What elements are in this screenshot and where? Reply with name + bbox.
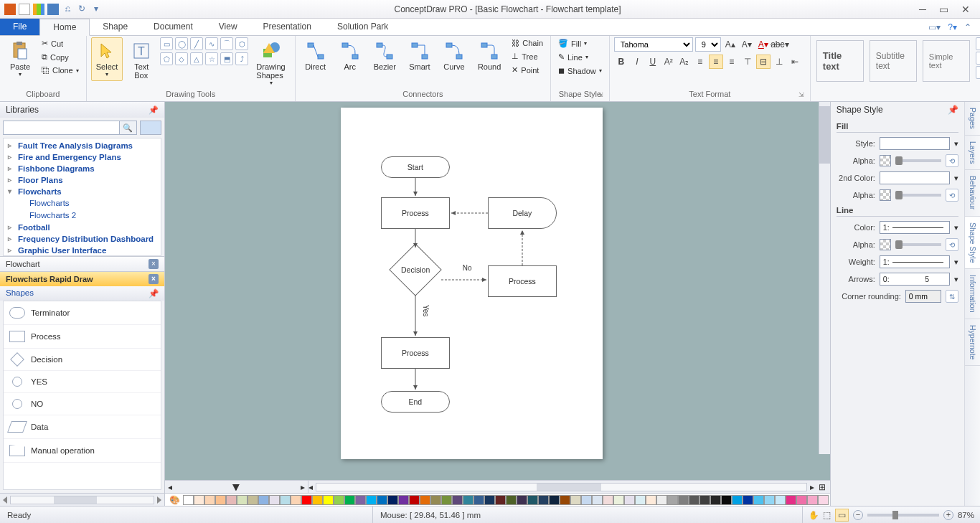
smart-button[interactable]: Smart	[404, 37, 435, 75]
tree-button[interactable]: ⊥Tree	[509, 50, 546, 62]
tool-e-icon[interactable]: ⬒	[220, 52, 233, 65]
fill-style-select[interactable]	[880, 137, 950, 150]
color-swatch[interactable]	[786, 495, 796, 505]
second-color-select[interactable]	[880, 171, 950, 184]
color-swatch[interactable]	[635, 495, 646, 505]
color-swatch[interactable]	[527, 495, 538, 505]
tab-shape[interactable]: Shape	[90, 19, 141, 35]
tree-item[interactable]: Fire and Emergency Plans	[4, 151, 161, 163]
color-swatch[interactable]	[377, 495, 387, 505]
color-swatch[interactable]	[517, 495, 527, 505]
style-more-icon[interactable]: ≡	[976, 66, 980, 79]
paste-button[interactable]: Paste▾	[4, 37, 36, 81]
close-icon[interactable]: ×	[149, 274, 159, 284]
color-swatch[interactable]	[409, 495, 420, 505]
color2-alpha-slider[interactable]	[895, 194, 941, 197]
shadow-button[interactable]: ◼Shadow▾	[555, 65, 605, 77]
node-process-1[interactable]: Process	[381, 197, 450, 229]
tree-item-flowcharts[interactable]: Flowcharts	[4, 186, 161, 197]
point-button[interactable]: ✕Point	[509, 64, 546, 76]
color-swatch[interactable]	[721, 495, 732, 505]
shape-decision[interactable]: Decision	[4, 349, 161, 371]
color-swatch[interactable]	[226, 495, 237, 505]
tab-view[interactable]: View	[206, 19, 250, 35]
library-tab-flowchart[interactable]: Flowchart×	[0, 256, 164, 271]
color-swatch[interactable]	[204, 495, 215, 505]
chain-button[interactable]: ⛓Chain	[509, 37, 546, 49]
tool-rect-icon[interactable]: ▭	[160, 37, 173, 50]
tab-shape-style[interactable]: Shape Style	[965, 217, 980, 270]
qat-save-icon[interactable]	[47, 4, 59, 15]
color-swatch[interactable]	[796, 495, 807, 505]
launcher-icon[interactable]: ⇲	[798, 91, 804, 98]
corner-rounding-input[interactable]	[905, 290, 941, 303]
tree-item[interactable]: Floor Plans	[4, 174, 161, 186]
color-swatch[interactable]	[452, 495, 463, 505]
tool-curve-icon[interactable]: ∿	[205, 37, 218, 50]
pin-icon[interactable]: 📌	[149, 288, 159, 298]
color-swatch[interactable]	[237, 495, 248, 505]
shape-data[interactable]: Data	[4, 415, 161, 439]
qat-open-icon[interactable]	[33, 4, 44, 15]
color-swatch[interactable]	[334, 495, 344, 505]
fit-page-icon[interactable]: ▭	[835, 509, 849, 522]
copy-button[interactable]: ⧉Copy	[39, 51, 82, 63]
align-center-button[interactable]: ≡	[709, 55, 723, 69]
curve-button[interactable]: Curve	[438, 37, 470, 75]
color-swatch[interactable]	[753, 495, 764, 505]
tool-d-icon[interactable]: ☆	[205, 52, 218, 65]
tree-item[interactable]: Fishbone Diagrams	[4, 163, 161, 174]
italic-button[interactable]: I	[630, 55, 644, 69]
pin-icon[interactable]: 📌	[149, 105, 159, 115]
launcher-icon[interactable]: ⇲	[598, 91, 603, 98]
color-swatch[interactable]	[624, 495, 635, 505]
direct-button[interactable]: Direct	[300, 37, 331, 75]
color-swatch[interactable]	[280, 495, 291, 505]
maximize-icon[interactable]: ▭	[939, 4, 948, 15]
style-prev-icon[interactable]: ▴	[976, 37, 980, 50]
align-bottom-button[interactable]: ⊥	[772, 55, 786, 69]
align-left-button[interactable]: ≡	[693, 55, 707, 69]
fill-button[interactable]: 🪣Fill▾	[555, 37, 605, 50]
tool-a-icon[interactable]: ⬠	[160, 52, 173, 65]
underline-button[interactable]: U	[646, 55, 660, 69]
indent-button[interactable]: ⇤	[788, 55, 802, 69]
tool-arc-icon[interactable]: ⌒	[220, 37, 233, 50]
style-title[interactable]: Title text	[816, 40, 864, 82]
grow-font-icon[interactable]: A▴	[723, 37, 738, 52]
tab-hypernote[interactable]: Hypernote	[965, 319, 980, 366]
style-subtitle[interactable]: Subtitle text	[870, 40, 917, 82]
tab-layers[interactable]: Layers	[965, 136, 980, 171]
library-tree[interactable]: Fault Tree Analysis Diagrams Fire and Em…	[3, 138, 161, 256]
color-swatch[interactable]	[656, 495, 667, 505]
tab-pages[interactable]: Pages	[965, 102, 980, 136]
bezier-button[interactable]: Bezier	[369, 37, 401, 75]
color-swatch[interactable]	[613, 495, 624, 505]
search-icon[interactable]: 🔍	[120, 121, 137, 135]
color-swatch[interactable]	[194, 495, 204, 505]
color-swatch[interactable]	[764, 495, 775, 505]
close-icon[interactable]: ×	[149, 259, 159, 269]
font-color-icon[interactable]: A▾	[756, 37, 771, 52]
tab-document[interactable]: Document	[141, 19, 206, 35]
style-simple[interactable]: Simple text	[923, 40, 970, 82]
color-swatch[interactable]	[258, 495, 269, 505]
color-swatch[interactable]	[430, 495, 441, 505]
tab-file[interactable]: File	[0, 19, 39, 35]
color-swatch[interactable]	[570, 495, 581, 505]
color-swatch[interactable]	[387, 495, 398, 505]
font-size-select[interactable]: 9	[695, 37, 721, 52]
color-swatch[interactable]	[710, 495, 721, 505]
tree-item[interactable]: Graphic User Interface	[4, 245, 161, 256]
line-alpha-slider[interactable]	[895, 243, 941, 246]
color-swatch[interactable]	[463, 495, 473, 505]
strike-icon[interactable]: abc▾	[773, 37, 787, 52]
tool-poly-icon[interactable]: ⬡	[235, 37, 248, 50]
tab-solution-park[interactable]: Solution Park	[324, 19, 401, 35]
color-swatch[interactable]	[473, 495, 484, 505]
color-swatch[interactable]	[183, 495, 194, 505]
color-swatch[interactable]	[291, 495, 301, 505]
tree-item[interactable]: Frequency Distribution Dashboard	[4, 233, 161, 245]
color-swatch[interactable]	[420, 495, 430, 505]
shape-terminator[interactable]: Terminator	[4, 301, 161, 325]
